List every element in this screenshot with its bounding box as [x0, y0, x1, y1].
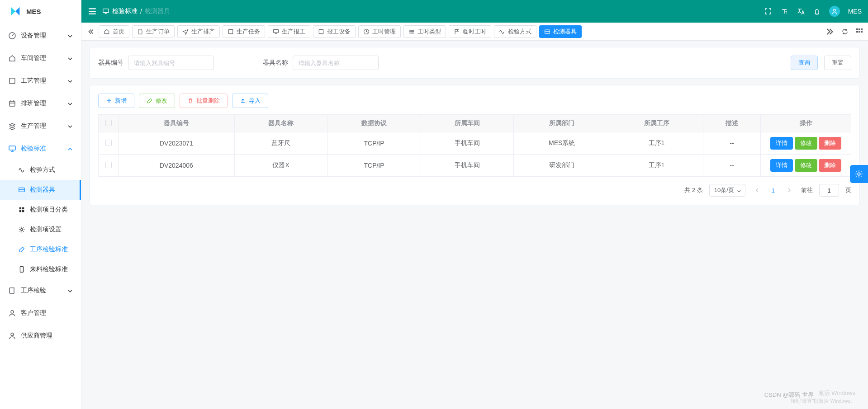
- goto-input[interactable]: [819, 184, 839, 197]
- book-icon: [8, 287, 16, 295]
- refresh-icon[interactable]: [841, 28, 849, 36]
- wave-icon: [18, 166, 25, 174]
- tab-prod-task[interactable]: 生产任务: [223, 25, 265, 38]
- sidebar-item-supplier[interactable]: 供应商管理: [0, 324, 81, 347]
- sub-item-inspect-tool[interactable]: 检测器具: [0, 180, 81, 200]
- row-delete-button[interactable]: 删除: [819, 159, 841, 172]
- row-edit-button[interactable]: 修改: [795, 159, 817, 172]
- prev-page[interactable]: [752, 185, 763, 196]
- tab-worktime[interactable]: 工时管理: [358, 25, 401, 38]
- tab-temp-worktime[interactable]: 临时工时: [449, 25, 491, 38]
- sidebar-item-device[interactable]: 设备管理: [0, 24, 81, 47]
- sidebar-item-process-inspect[interactable]: 工序检验: [0, 279, 81, 302]
- sidebar-label: 设备管理: [21, 32, 46, 40]
- chevron-down-icon: [67, 288, 73, 293]
- chevron-down-icon: [67, 123, 73, 129]
- row-edit-button[interactable]: 修改: [795, 137, 817, 150]
- cell-ops: 详情 修改 删除: [761, 132, 851, 155]
- sub-label: 检测项目分类: [30, 206, 68, 214]
- row-checkbox[interactable]: [105, 140, 112, 146]
- import-button[interactable]: 导入: [232, 94, 268, 108]
- page-number[interactable]: 1: [769, 187, 778, 194]
- upload-icon: [240, 98, 246, 104]
- tab-prod-report[interactable]: 生产报工: [268, 25, 310, 38]
- fullscreen-icon[interactable]: [764, 7, 772, 15]
- tab-label: 生产排产: [191, 28, 215, 36]
- row-delete-button[interactable]: 删除: [819, 137, 841, 150]
- tab-prod-order[interactable]: 生产订单: [132, 25, 175, 38]
- col-workshop: 所属车间: [421, 115, 514, 132]
- logo[interactable]: MES: [0, 0, 81, 23]
- tab-label: 生产任务: [237, 28, 260, 36]
- sub-item-inspect-category[interactable]: 检测项目分类: [0, 200, 81, 220]
- table-card: 新增 修改 批量删除 导入 器具编号 器具名称 数据协议 所属车间 所属部门 所…: [90, 85, 860, 205]
- tab-inspect-mode[interactable]: 检验方式: [494, 25, 536, 38]
- edit-icon: [147, 98, 153, 104]
- sidebar-item-inspection-std[interactable]: 检验标准: [0, 137, 81, 160]
- batch-delete-button[interactable]: 批量删除: [180, 94, 228, 108]
- tab-label: 生产订单: [146, 28, 170, 36]
- query-button[interactable]: 查询: [791, 56, 818, 70]
- bell-icon[interactable]: [813, 7, 821, 15]
- code-input[interactable]: [128, 56, 214, 70]
- tab-worktime-type[interactable]: 工时类型: [403, 25, 446, 38]
- clock-icon: [363, 28, 370, 35]
- next-page[interactable]: [784, 185, 795, 196]
- row-checkbox[interactable]: [105, 162, 112, 168]
- tab-label: 生产报工: [282, 28, 305, 36]
- sidebar-item-craft[interactable]: 工艺管理: [0, 70, 81, 92]
- detail-button[interactable]: 详情: [770, 137, 793, 150]
- home-icon: [104, 28, 110, 35]
- edit-button[interactable]: 修改: [139, 94, 175, 108]
- hamburger-icon[interactable]: [88, 7, 97, 16]
- table-row: DV2023071 蓝牙尺 TCP/IP 手机车间 MES系统 工序1 -- 详…: [99, 132, 851, 155]
- font-size-icon[interactable]: [780, 7, 788, 15]
- tabs-prev-icon[interactable]: [86, 27, 95, 36]
- avatar[interactable]: [829, 6, 840, 17]
- checkbox-all[interactable]: [105, 120, 112, 126]
- breadcrumb-parent[interactable]: 检验标准: [112, 7, 138, 15]
- name-input[interactable]: [293, 56, 379, 70]
- tabs-next-icon[interactable]: [826, 28, 835, 36]
- tab-label: 报工设备: [327, 28, 351, 36]
- breadcrumb: 检验标准 / 检测器具: [102, 7, 170, 15]
- language-icon[interactable]: [797, 7, 805, 15]
- chevron-up-icon: [67, 146, 73, 151]
- search-card: 器具编号 器具名称 查询 重置: [90, 47, 860, 79]
- tab-prod-plan[interactable]: 生产排产: [177, 25, 220, 38]
- col-ops: 操作: [761, 115, 851, 132]
- sub-item-process-std[interactable]: 工序检验标准: [0, 240, 81, 259]
- cell-proto: TCP/IP: [327, 155, 421, 177]
- gear-icon: [18, 226, 25, 233]
- sidebar-item-workshop[interactable]: 车间管理: [0, 47, 81, 70]
- apps-icon[interactable]: [855, 28, 863, 36]
- tab-label: 工时管理: [372, 28, 396, 36]
- page-size-select[interactable]: 10条/页: [709, 184, 745, 197]
- tab-label: 首页: [113, 28, 124, 36]
- calendar-icon: [8, 99, 16, 108]
- monitor-icon: [8, 145, 16, 153]
- sidebar-label: 检验标准: [21, 145, 46, 153]
- tab-home[interactable]: 首页: [99, 25, 129, 38]
- detail-button[interactable]: 详情: [770, 159, 793, 172]
- card-icon: [18, 186, 25, 193]
- username[interactable]: MES: [848, 8, 862, 15]
- tab-inspect-tool[interactable]: 检测器具: [539, 25, 582, 38]
- tab-label: 检验方式: [508, 28, 531, 36]
- plus-icon: [106, 98, 112, 104]
- sub-item-incoming-std[interactable]: 来料检验标准: [0, 259, 81, 279]
- chevron-down-icon: [67, 78, 73, 84]
- sidebar-item-production[interactable]: 生产管理: [0, 115, 81, 137]
- name-label: 器具名称: [263, 59, 288, 67]
- add-button[interactable]: 新增: [98, 94, 134, 108]
- gauge-icon: [8, 32, 16, 40]
- sidebar-item-customer[interactable]: 客户管理: [0, 302, 81, 324]
- sub-item-inspect-mode[interactable]: 检验方式: [0, 160, 81, 180]
- reset-button[interactable]: 重置: [824, 56, 851, 70]
- tab-report-device[interactable]: 报工设备: [313, 25, 356, 38]
- sub-item-inspect-settings[interactable]: 检测项设置: [0, 220, 81, 240]
- sub-label: 检测器具: [30, 186, 55, 194]
- settings-drawer-toggle[interactable]: [850, 165, 868, 183]
- sidebar-item-schedule[interactable]: 排班管理: [0, 92, 81, 115]
- breadcrumb-current: 检测器具: [145, 7, 170, 15]
